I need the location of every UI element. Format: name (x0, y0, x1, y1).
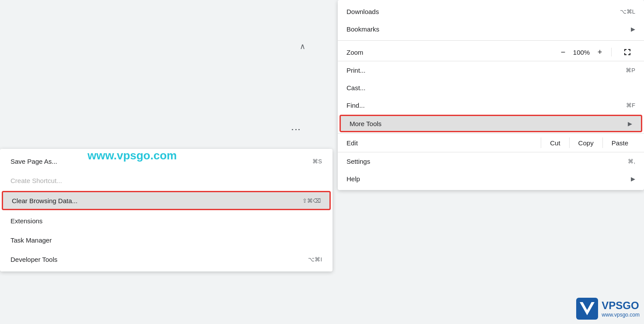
vpsgo-v-icon (576, 298, 598, 320)
vpsgo-main-label: VPSGO (602, 299, 640, 312)
zoom-plus-button[interactable]: + (592, 45, 608, 59)
vpsgo-text: VPSGO www.vpsgo.com (602, 299, 640, 318)
more-tools-label: More Tools (350, 120, 382, 127)
save-page-shortcut: ⌘S (312, 158, 322, 165)
sub-menu-item-task-manager[interactable]: Task Manager (0, 230, 332, 250)
cut-button[interactable]: Cut (543, 137, 567, 148)
edit-label: Edit (346, 139, 539, 147)
zoom-minus-button[interactable]: − (555, 45, 571, 59)
settings-shortcut: ⌘, (628, 158, 635, 165)
menu-item-cast[interactable]: Cast... (338, 79, 644, 96)
developer-tools-shortcut: ⌥⌘I (308, 256, 322, 263)
bookmarks-arrow-icon: ▶ (631, 26, 635, 32)
edit-separator-1 (541, 137, 541, 148)
find-label: Find... (346, 102, 365, 109)
zoom-separator (611, 48, 612, 56)
menu-item-print[interactable]: Print... ⌘P (338, 61, 644, 79)
more-tools-arrow-icon: ▶ (628, 120, 632, 127)
bookmarks-label: Bookmarks (346, 25, 379, 33)
task-manager-label: Task Manager (10, 236, 52, 244)
sub-menu-item-create-shortcut[interactable]: Create Shortcut... (0, 171, 332, 190)
menu-item-help[interactable]: Help ▶ (338, 170, 644, 187)
chevron-up-icon: ∧ (300, 42, 305, 51)
cast-label: Cast... (346, 84, 365, 92)
downloads-shortcut: ⌥⌘L (620, 8, 635, 15)
sub-menu-item-extensions[interactable]: Extensions (0, 211, 332, 230)
save-page-label: Save Page As... (10, 158, 57, 165)
create-shortcut-label: Create Shortcut... (10, 177, 62, 184)
menu-item-find[interactable]: Find... ⌘F (338, 96, 644, 114)
zoom-row: Zoom − 100% + (338, 43, 644, 61)
help-arrow-icon: ▶ (631, 176, 635, 182)
settings-label: Settings (346, 158, 370, 165)
developer-tools-label: Developer Tools (10, 256, 57, 263)
zoom-value: 100% (571, 49, 592, 56)
edit-row: Edit Cut Copy Paste (338, 133, 644, 152)
edit-separator-2 (569, 137, 570, 148)
menu-item-bookmarks[interactable]: Bookmarks ▶ (338, 20, 644, 38)
clear-browsing-shortcut: ⇧⌘⌫ (302, 197, 321, 204)
print-label: Print... (346, 67, 365, 74)
print-shortcut: ⌘P (626, 67, 635, 74)
clear-browsing-label: Clear Browsing Data... (12, 197, 77, 204)
three-dot-menu-button[interactable]: ⋮ (291, 125, 301, 134)
menu-item-more-tools[interactable]: More Tools ▶ (340, 115, 642, 132)
find-shortcut: ⌘F (626, 102, 635, 109)
vpsgo-sub-label: www.vpsgo.com (602, 312, 640, 318)
help-label: Help (346, 175, 360, 183)
chrome-menu: Downloads ⌥⌘L Bookmarks ▶ Zoom − 100% + … (338, 0, 644, 190)
zoom-fullscreen-button[interactable] (620, 45, 635, 59)
zoom-label: Zoom (346, 49, 555, 56)
vpsgo-logo: VPSGO www.vpsgo.com (576, 298, 640, 320)
more-tools-submenu: Save Page As... ⌘S Create Shortcut... Cl… (0, 149, 332, 271)
extensions-label: Extensions (10, 217, 42, 225)
sub-menu-item-developer-tools[interactable]: Developer Tools ⌥⌘I (0, 250, 332, 269)
downloads-label: Downloads (346, 8, 379, 15)
svg-rect-0 (576, 298, 598, 320)
menu-item-settings[interactable]: Settings ⌘, (338, 152, 644, 170)
watermark: www.vpsgo.com (88, 149, 177, 162)
divider-1 (338, 40, 644, 41)
edit-separator-3 (602, 137, 603, 148)
paste-button[interactable]: Paste (605, 137, 635, 148)
menu-item-downloads[interactable]: Downloads ⌥⌘L (338, 3, 644, 20)
sub-menu-item-clear-browsing[interactable]: Clear Browsing Data... ⇧⌘⌫ (2, 191, 331, 210)
zoom-controls: − 100% + (555, 45, 635, 59)
copy-button[interactable]: Copy (571, 137, 601, 148)
